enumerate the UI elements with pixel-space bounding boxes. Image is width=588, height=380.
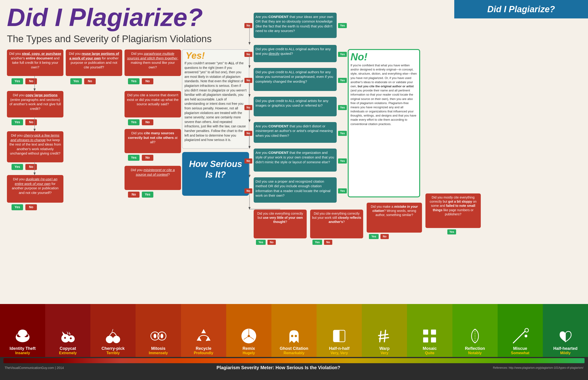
svg-text:No: No [247, 24, 250, 27]
svg-text:Yes: Yes [340, 159, 345, 163]
svg-point-154 [525, 328, 528, 332]
half-hearted-level: Mildly [560, 351, 570, 355]
svg-text:No: No [247, 159, 250, 163]
svg-rect-48 [254, 13, 337, 38]
half-hearted-label: Half-hearted [553, 346, 577, 351]
svg-text:Yes: Yes [315, 241, 320, 244]
severity-item-ghost-citation: Ghost Citation Remarkably [272, 304, 316, 357]
svg-text:Yes!: Yes! [186, 50, 205, 60]
severity-item-mitosis: Mitosis Immensely [136, 304, 181, 357]
svg-rect-151 [431, 337, 436, 342]
svg-text:Yes: Yes [449, 230, 454, 233]
half-hearted-icon [556, 327, 575, 345]
svg-rect-9 [84, 78, 96, 84]
svg-text:No: No [132, 192, 136, 196]
svg-point-131 [154, 334, 156, 338]
severity-item-miscue: Miscue Somewhat [498, 304, 543, 357]
svg-text:Yes: Yes [340, 24, 345, 27]
svg-point-140 [295, 335, 297, 337]
svg-rect-5 [25, 78, 37, 84]
severity-item-mosaic: Mosaic Quite [407, 304, 452, 357]
svg-rect-88 [268, 240, 276, 245]
warp-level: Very [380, 351, 388, 355]
reflection-icon [466, 327, 484, 345]
svg-text:Yes: Yes [340, 79, 345, 82]
svg-marker-133 [201, 329, 206, 333]
svg-rect-54 [244, 52, 252, 57]
warp-label: Warp [379, 346, 389, 351]
identity-theft-label: Identity Theft [10, 346, 36, 351]
remix-level: Hugely [243, 351, 255, 355]
svg-text:No: No [146, 120, 150, 124]
svg-rect-51 [338, 23, 347, 28]
svg-rect-59 [244, 78, 252, 83]
severity-item-reflection: Reflection Notably [452, 304, 498, 357]
svg-rect-74 [244, 158, 252, 164]
svg-rect-90 [310, 209, 363, 238]
severity-icons-row: Identity Theft Insanely Copycat Extremel… [0, 304, 588, 357]
miscue-label: Miscue [513, 346, 527, 351]
mitosis-level: Immensely [149, 351, 168, 355]
severity-gradient-bar [3, 358, 585, 363]
svg-rect-43 [142, 192, 153, 198]
svg-point-118 [18, 330, 27, 337]
svg-text:No: No [383, 235, 386, 238]
svg-rect-63 [254, 97, 337, 116]
severity-item-warp: Warp Very [362, 304, 407, 357]
svg-rect-73 [254, 149, 337, 171]
svg-rect-47 [182, 152, 249, 196]
cells-icon [149, 327, 168, 345]
cherry-pick-level: Terribly [106, 351, 120, 355]
svg-text:No: No [146, 156, 150, 159]
svg-line-144 [380, 331, 381, 342]
svg-rect-64 [244, 105, 252, 110]
warp-icon [375, 327, 394, 345]
svg-rect-98 [380, 234, 389, 239]
svg-text:No: No [146, 79, 150, 83]
main-title: Did I Plagiarize? [7, 5, 203, 30]
svg-text:Yes: Yes [145, 192, 150, 196]
svg-rect-29 [25, 164, 37, 170]
svg-point-139 [291, 335, 293, 337]
miscue-icon [511, 327, 529, 345]
svg-rect-61 [338, 78, 347, 83]
svg-rect-71 [338, 131, 347, 136]
svg-rect-149 [431, 330, 436, 335]
svg-text:Yes: Yes [15, 165, 20, 169]
svg-text:Yes: Yes [340, 189, 345, 192]
svg-rect-39 [25, 204, 37, 210]
svg-rect-2 [125, 50, 181, 76]
svg-point-136 [202, 335, 206, 339]
miscue-level: Somewhat [511, 351, 529, 355]
svg-rect-85 [254, 209, 307, 238]
svg-text:No: No [247, 53, 250, 56]
svg-rect-33 [142, 155, 153, 161]
svg-rect-76 [338, 158, 347, 164]
svg-point-126 [106, 336, 113, 343]
severity-meter-label: Plagiarism Severity Meter: How Serious I… [216, 365, 340, 370]
svg-rect-1 [66, 50, 122, 76]
severity-item-half-hearted: Half-hearted Mildly [543, 304, 588, 357]
mosaic-label: Mosaic [423, 346, 437, 351]
svg-rect-16 [125, 91, 181, 117]
recycle-label: Recycle [196, 346, 211, 351]
svg-rect-23 [142, 119, 153, 125]
svg-text:No: No [326, 241, 330, 244]
svg-rect-19 [25, 119, 37, 125]
svg-rect-25 [7, 131, 63, 162]
mosaic-level: Quite [425, 351, 434, 355]
severity-item-cherry-pick: Cherry-pick Terribly [90, 304, 136, 357]
svg-rect-79 [244, 188, 252, 193]
svg-text:No: No [247, 79, 250, 82]
svg-rect-93 [324, 240, 332, 245]
svg-rect-31 [128, 155, 140, 161]
svg-text:No: No [247, 189, 250, 192]
svg-rect-26 [125, 129, 181, 153]
svg-text:No: No [247, 132, 250, 135]
remix-label: Remix [243, 346, 255, 351]
svg-rect-81 [338, 188, 347, 193]
svg-text:No: No [29, 120, 33, 124]
svg-rect-27 [12, 164, 23, 170]
svg-rect-142 [334, 330, 339, 342]
copycat-level: Extremely [59, 351, 77, 355]
